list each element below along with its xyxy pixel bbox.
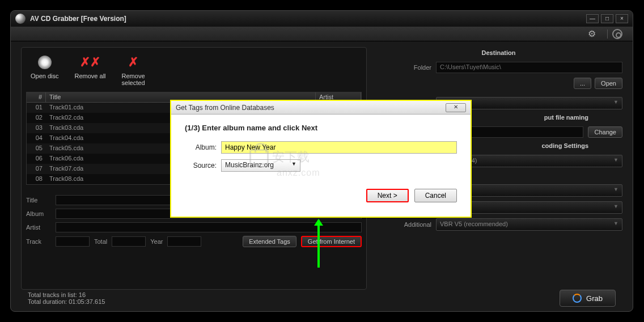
track-number: 08 [27, 175, 46, 183]
dialog-heading: (1/3) Enter album name and click Next [185, 124, 457, 132]
titlebar: AV CD Grabber [Free Version] — □ × [11, 11, 633, 27]
track-number: 07 [27, 165, 46, 173]
track-number: 06 [27, 155, 46, 163]
top-toolbar: ⚙ [11, 27, 633, 41]
dialog-source-dropdown[interactable]: MusicBrainz.org [221, 159, 300, 172]
app-icon [15, 14, 26, 24]
cancel-button[interactable]: Cancel [414, 189, 457, 202]
dialog-titlebar: Get Tags from Online Databases ✕ [171, 101, 471, 115]
status-bar: Total tracks in list: 16 Total duration:… [28, 290, 616, 307]
total-duration-text: Total duration: 01:05:37.615 [28, 298, 105, 305]
grab-label: Grab [586, 294, 603, 303]
remove-all-icon: ✗✗ [80, 55, 100, 70]
dialog-title: Get Tags from Online Databases [176, 104, 274, 112]
open-disc-button[interactable]: Open disc [31, 54, 59, 86]
track-number: 04 [27, 134, 46, 142]
remove-selected-button[interactable]: ✗ Remove selected [122, 54, 145, 86]
track-number: 02 [27, 114, 46, 122]
dialog-album-input[interactable] [221, 141, 457, 154]
get-tags-dialog: Get Tags from Online Databases ✕ (1/3) E… [170, 100, 472, 218]
remove-all-label: Remove all [75, 73, 106, 79]
track-label: Track [26, 238, 51, 245]
extended-tags-button[interactable]: Extended Tags [243, 236, 296, 247]
refresh-icon [573, 294, 582, 303]
change-button[interactable]: Change [588, 126, 622, 138]
maximize-button[interactable]: □ [601, 14, 613, 23]
total-label: Total [94, 238, 107, 245]
dialog-album-label: Album: [185, 143, 217, 151]
folder-input[interactable]: C:\Users\Tuyet\Music\ [436, 62, 622, 73]
col-number[interactable]: # [27, 92, 46, 102]
folder-label: Folder [375, 64, 431, 71]
dialog-close-button[interactable]: ✕ [446, 103, 466, 112]
year-label: Year [150, 238, 163, 245]
year-input[interactable] [167, 236, 201, 247]
remove-all-button[interactable]: ✗✗ Remove all [75, 54, 106, 86]
settings-icon[interactable]: ⚙ [588, 28, 596, 39]
grab-button[interactable]: Grab [560, 290, 616, 307]
dialog-source-label: Source: [185, 162, 217, 170]
remove-selected-icon: ✗ [128, 55, 138, 70]
minimize-button[interactable]: — [586, 14, 599, 23]
total-input[interactable] [112, 236, 146, 247]
separator [607, 29, 608, 39]
window-title: AV CD Grabber [Free Version] [30, 15, 126, 23]
disc-icon [38, 56, 52, 69]
track-number: 05 [27, 145, 46, 152]
track-input[interactable] [56, 236, 90, 247]
next-button[interactable]: Next > [366, 189, 409, 202]
track-number: 01 [27, 104, 46, 112]
annotation-arrow [317, 220, 320, 268]
title-label: Title [26, 197, 51, 204]
get-from-internet-button[interactable]: Get from Internet [301, 236, 362, 247]
open-folder-button[interactable]: Open [595, 78, 622, 89]
browse-button[interactable]: ... [574, 78, 591, 89]
artist-label: Artist [26, 224, 51, 231]
open-disc-label: Open disc [31, 73, 59, 79]
total-tracks-text: Total tracks in list: 16 [28, 291, 105, 298]
album-label: Album [26, 210, 51, 217]
close-button[interactable]: × [616, 14, 628, 23]
additional-dropdown[interactable]: VBR V5 (recommended) [436, 218, 622, 231]
remove-selected-label: Remove selected [122, 73, 145, 86]
help-icon[interactable] [612, 29, 622, 39]
additional-label: Additional [375, 221, 431, 228]
track-number: 03 [27, 124, 46, 132]
destination-heading: Destination [375, 49, 622, 56]
